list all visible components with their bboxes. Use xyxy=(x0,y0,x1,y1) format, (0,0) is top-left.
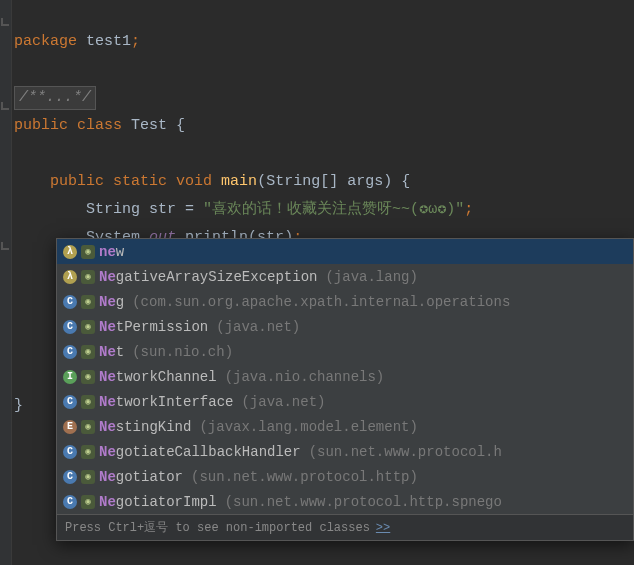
package-icon: ◉ xyxy=(81,470,95,484)
package-icon: ◉ xyxy=(81,320,95,334)
doc-comment-folded[interactable]: /**...*/ xyxy=(14,86,96,110)
completion-item-name: Negotiator xyxy=(99,469,183,485)
completion-item-location: (java.nio.channels) xyxy=(225,369,385,385)
c-icon: C xyxy=(63,470,77,484)
package-icon: ◉ xyxy=(81,245,95,259)
c-icon: C xyxy=(63,320,77,334)
completion-popup[interactable]: λ◉newλ◉NegativeArraySizeException(java.l… xyxy=(56,238,634,541)
completion-item[interactable]: C◉NegotiateCallbackHandler(sun.net.www.p… xyxy=(57,439,633,464)
fold-mark-icon[interactable] xyxy=(1,102,9,110)
footer-link[interactable]: >> xyxy=(376,521,390,535)
completion-item-location: (java.lang) xyxy=(325,269,417,285)
c-icon: C xyxy=(63,445,77,459)
method-name: main xyxy=(221,173,257,190)
completion-item[interactable]: C◉Net(sun.nio.ch) xyxy=(57,339,633,364)
completion-item-name: Neg xyxy=(99,294,124,310)
c-icon: C xyxy=(63,295,77,309)
completion-item-name: NestingKind xyxy=(99,419,191,435)
completion-item-icons: C◉ xyxy=(63,495,99,509)
package-icon: ◉ xyxy=(81,445,95,459)
type-name: String xyxy=(86,201,140,218)
completion-item-name: Net xyxy=(99,344,124,360)
package-icon: ◉ xyxy=(81,395,95,409)
completion-item-location: (sun.net.www.protocol.h xyxy=(309,444,502,460)
completion-item-name: NegotiatorImpl xyxy=(99,494,217,510)
open-brace: { xyxy=(176,117,185,134)
editor-gutter xyxy=(0,0,12,565)
completion-item-name: NegativeArraySizeException xyxy=(99,269,317,285)
c-icon: C xyxy=(63,395,77,409)
keyword-static: static xyxy=(113,173,167,190)
fold-mark-icon[interactable] xyxy=(1,242,9,250)
semicolon: ; xyxy=(464,201,473,218)
completion-item-name: NetworkChannel xyxy=(99,369,217,385)
completion-item[interactable]: C◉NetworkInterface(java.net) xyxy=(57,389,633,414)
keyword-public: public xyxy=(14,117,68,134)
keyword-class: class xyxy=(77,117,122,134)
package-icon: ◉ xyxy=(81,270,95,284)
completion-item-icons: C◉ xyxy=(63,320,99,334)
lambda-icon: λ xyxy=(63,270,77,284)
completion-item-name: new xyxy=(99,244,124,260)
keyword-public: public xyxy=(50,173,104,190)
completion-item-location: (com.sun.org.apache.xpath.internal.opera… xyxy=(132,294,510,310)
equals: = xyxy=(185,201,194,218)
package-icon: ◉ xyxy=(81,495,95,509)
i-icon: I xyxy=(63,370,77,384)
completion-item[interactable]: C◉Negotiator(sun.net.www.protocol.http) xyxy=(57,464,633,489)
completion-item-name: NegotiateCallbackHandler xyxy=(99,444,301,460)
method-params: String[] args xyxy=(266,173,383,190)
completion-item-icons: I◉ xyxy=(63,370,99,384)
package-icon: ◉ xyxy=(81,345,95,359)
package-icon: ◉ xyxy=(81,370,95,384)
keyword-void: void xyxy=(176,173,212,190)
completion-item[interactable]: λ◉new xyxy=(57,239,633,264)
string-literal: "喜欢的话！收藏关注点赞呀~~(✪ω✪)" xyxy=(203,201,464,218)
paren: ( xyxy=(257,173,266,190)
package-icon: ◉ xyxy=(81,295,95,309)
completion-item-icons: λ◉ xyxy=(63,245,99,259)
footer-hint: Press Ctrl+逗号 to see non-imported classe… xyxy=(65,519,370,536)
lambda-icon: λ xyxy=(63,245,77,259)
semicolon: ; xyxy=(131,33,140,50)
completion-item[interactable]: λ◉NegativeArraySizeException(java.lang) xyxy=(57,264,633,289)
c-icon: C xyxy=(63,345,77,359)
completion-item-location: (java.net) xyxy=(216,319,300,335)
completion-item-icons: C◉ xyxy=(63,470,99,484)
completion-item-location: (sun.nio.ch) xyxy=(132,344,233,360)
fold-mark-icon[interactable] xyxy=(1,18,9,26)
completion-item-icons: C◉ xyxy=(63,395,99,409)
package-icon: ◉ xyxy=(81,420,95,434)
keyword-package: package xyxy=(14,33,77,50)
completion-item[interactable]: C◉NetPermission(java.net) xyxy=(57,314,633,339)
completion-footer: Press Ctrl+逗号 to see non-imported classe… xyxy=(57,514,633,540)
completion-item-icons: λ◉ xyxy=(63,270,99,284)
completion-item-name: NetPermission xyxy=(99,319,208,335)
class-name: Test xyxy=(131,117,167,134)
close-brace: } xyxy=(14,397,23,414)
completion-item-location: (java.net) xyxy=(241,394,325,410)
completion-item[interactable]: C◉Neg(com.sun.org.apache.xpath.internal.… xyxy=(57,289,633,314)
completion-item[interactable]: E◉NestingKind(javax.lang.model.element) xyxy=(57,414,633,439)
paren: ) xyxy=(383,173,392,190)
completion-item-location: (sun.net.www.protocol.http) xyxy=(191,469,418,485)
open-brace: { xyxy=(401,173,410,190)
package-name: test1 xyxy=(86,33,131,50)
completion-item-icons: C◉ xyxy=(63,295,99,309)
completion-item-name: NetworkInterface xyxy=(99,394,233,410)
completion-item-icons: C◉ xyxy=(63,445,99,459)
c-icon: C xyxy=(63,495,77,509)
completion-item-icons: E◉ xyxy=(63,420,99,434)
completion-item-icons: C◉ xyxy=(63,345,99,359)
e-icon: E xyxy=(63,420,77,434)
completion-item-location: (sun.net.www.protocol.http.spnego xyxy=(225,494,502,510)
completion-item-location: (javax.lang.model.element) xyxy=(199,419,417,435)
completion-item[interactable]: C◉NegotiatorImpl(sun.net.www.protocol.ht… xyxy=(57,489,633,514)
var-name: str xyxy=(149,201,176,218)
completion-item[interactable]: I◉NetworkChannel(java.nio.channels) xyxy=(57,364,633,389)
